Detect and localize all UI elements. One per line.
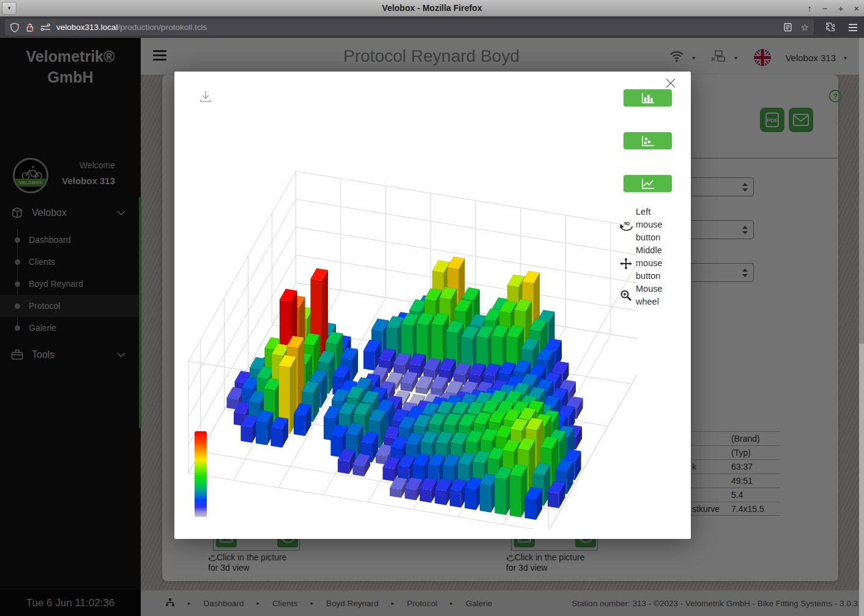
help-line: wheel [636, 295, 663, 308]
shield-icon[interactable] [10, 23, 20, 32]
pressure-3d-modal: 3D Left mouse button Middle mouse [174, 72, 691, 539]
pressure-3d-chart[interactable] [179, 157, 637, 529]
download-icon[interactable] [199, 90, 212, 106]
scatter-chart-view-button[interactable] [624, 132, 672, 149]
help-line: button [636, 270, 663, 283]
help-line: mouse [636, 257, 663, 270]
browser-urlbar: velobox313.local/production/protokoll.tc… [0, 17, 864, 38]
screen: ▾ Velobox - Mozilla Firefox ↑ − + × velo… [0, 0, 864, 616]
help-line: Left [636, 206, 663, 218]
address-bar[interactable]: velobox313.local/production/protokoll.tc… [5, 19, 814, 35]
browser-titlebar: ▾ Velobox - Mozilla Firefox ↑ − + × [0, 0, 864, 17]
help-line: Mouse [636, 283, 663, 295]
site-permissions-icon[interactable] [40, 23, 51, 32]
extensions-puzzle-icon[interactable] [825, 22, 836, 32]
bookmark-star-icon[interactable]: ☆ [801, 22, 809, 33]
scatter-chart-icon [641, 135, 655, 146]
url-text[interactable]: velobox313.local/production/protokoll.tc… [56, 23, 207, 32]
window-close-button[interactable]: × [854, 4, 859, 13]
bar-chart-icon [641, 92, 655, 103]
help-line: Middle [636, 244, 663, 257]
pressure-colorbar-legend [195, 431, 207, 517]
page-scrollbar-thumb[interactable] [859, 38, 864, 344]
window-raise-button[interactable]: ↑ [807, 4, 812, 13]
reader-view-icon[interactable] [783, 23, 792, 32]
line-chart-icon [641, 178, 655, 189]
window-minimize-button[interactable]: − [822, 4, 828, 13]
window-title: Velobox - Mozilla Firefox [0, 3, 864, 13]
page-scrollbar[interactable] [859, 38, 864, 616]
hamburger-menu-icon[interactable] [848, 23, 858, 32]
bar-chart-view-button[interactable] [624, 89, 672, 106]
help-line: button [636, 231, 663, 244]
help-line: mouse [636, 218, 663, 231]
app-viewport: Velometrik® GmbH VELOBOX Welcome Velobox… [0, 38, 864, 616]
window-maximize-button[interactable]: + [838, 4, 843, 13]
lock-insecure-icon[interactable] [25, 23, 35, 32]
